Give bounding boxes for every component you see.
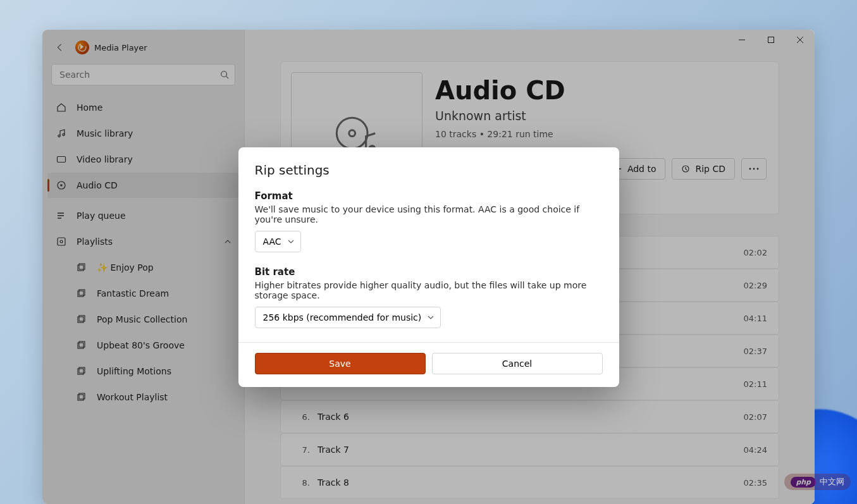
chevron-down-icon: [428, 314, 434, 321]
watermark-text: 中文网: [820, 476, 844, 488]
format-label: Format: [255, 190, 603, 202]
button-label: Save: [329, 359, 350, 369]
save-button[interactable]: Save: [255, 353, 426, 374]
bitrate-label: Bit rate: [255, 266, 603, 278]
app-window: Media Player Home Music library Video li: [42, 30, 815, 504]
dropdown-value: AAC: [263, 237, 281, 247]
format-desc: We'll save music to your device using th…: [255, 204, 603, 224]
button-label: Cancel: [502, 359, 532, 369]
dialog-title: Rip settings: [255, 163, 603, 178]
bitrate-dropdown[interactable]: 256 kbps (recommended for music): [255, 307, 441, 328]
cancel-button[interactable]: Cancel: [432, 353, 603, 374]
rip-settings-dialog: Rip settings Format We'll save music to …: [238, 147, 619, 387]
dialog-footer: Save Cancel: [238, 342, 619, 387]
modal-overlay[interactable]: Rip settings Format We'll save music to …: [42, 30, 815, 504]
format-dropdown[interactable]: AAC: [255, 231, 301, 252]
dropdown-value: 256 kbps (recommended for music): [263, 312, 422, 323]
bitrate-desc: Higher bitrates provide higher quality a…: [255, 280, 603, 300]
chevron-down-icon: [288, 238, 294, 245]
